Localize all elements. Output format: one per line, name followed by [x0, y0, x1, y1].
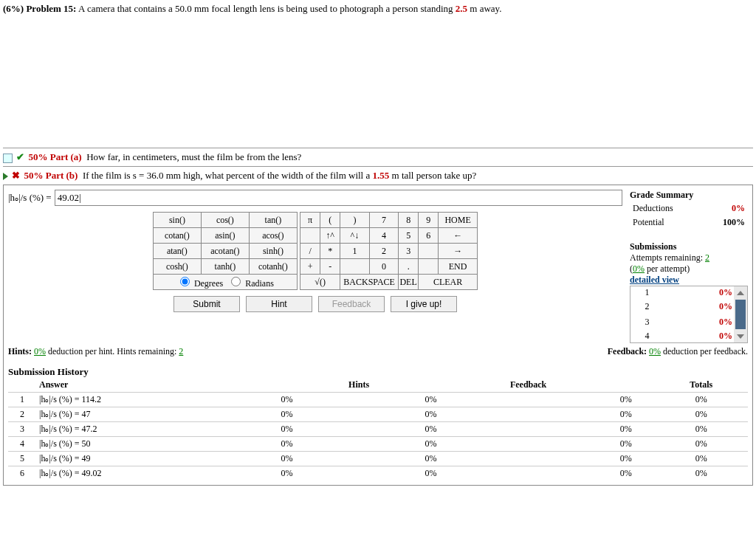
grade-title: Grade Summary: [630, 190, 748, 201]
expand-icon[interactable]: [3, 154, 13, 163]
whitespace: [3, 21, 753, 146]
part-b-row: ✖ 50% Part (b) If the film is s = 36.0 m…: [3, 168, 753, 183]
problem-header: (6%) Problem 15: A camera that contains …: [3, 3, 753, 15]
key-left[interactable]: ←: [439, 228, 478, 244]
part-b-highlight: 1.55: [373, 170, 390, 181]
key-acos[interactable]: acos(): [249, 228, 297, 244]
part-a-text: How far, in centimeters, must the film b…: [86, 151, 301, 162]
feedback-deduction[interactable]: 0%: [649, 346, 661, 356]
key-dot[interactable]: .: [399, 259, 419, 275]
submissions-title: Submissions: [630, 241, 748, 252]
giveup-button[interactable]: I give up!: [391, 296, 457, 312]
grade-summary: Grade Summary Deductions0% Potential100%…: [630, 190, 748, 343]
key-acotan[interactable]: acotan(): [201, 244, 249, 259]
problem-highlight: 2.5: [456, 3, 467, 14]
key-5[interactable]: 5: [399, 228, 419, 244]
key-end[interactable]: END: [439, 259, 478, 275]
key-sinh[interactable]: sinh(): [249, 244, 297, 259]
part-b-text-after: m tall person take up?: [389, 170, 476, 181]
hints-remaining[interactable]: 2: [179, 346, 183, 356]
answer-input[interactable]: [55, 190, 622, 206]
key-1[interactable]: 1: [340, 244, 370, 259]
key-rparen[interactable]: ): [340, 213, 370, 228]
key-up[interactable]: ↑^: [320, 228, 340, 244]
key-clear[interactable]: CLEAR: [419, 275, 478, 290]
x-icon: ✖: [12, 170, 20, 181]
key-4[interactable]: 4: [369, 228, 399, 244]
key-6[interactable]: 6: [419, 228, 439, 244]
key-cotan[interactable]: cotan(): [153, 228, 201, 244]
table-row: 1|hₒ|/s (%) = 114.20%0%0%0%: [8, 393, 748, 407]
key-plus[interactable]: +: [300, 259, 320, 275]
key-backspace[interactable]: BACKSPACE: [340, 275, 399, 290]
submit-button[interactable]: Submit: [173, 296, 240, 312]
key-divide[interactable]: /: [300, 244, 320, 259]
part-b-content: |hₒ|/s (%) = sin()cos()tan() cotan()asin…: [3, 185, 753, 486]
key-2[interactable]: 2: [369, 244, 399, 259]
hint-button[interactable]: Hint: [246, 296, 312, 312]
attempts-remaining[interactable]: 2: [705, 252, 709, 263]
button-row: Submit Hint Feedback I give up!: [8, 296, 622, 312]
key-cotanh[interactable]: cotanh(): [249, 259, 297, 275]
scrollbar-track[interactable]: [734, 299, 748, 330]
degrees-radio[interactable]: [180, 277, 190, 286]
problem-text-before: A camera that contains a 50.0 mm focal l…: [78, 3, 456, 14]
separator: [3, 148, 753, 148]
key-9[interactable]: 9: [419, 213, 439, 228]
key-sin[interactable]: sin(): [153, 213, 201, 228]
table-row: 5|hₒ|/s (%) = 490%0%0%0%: [8, 452, 748, 466]
key-down[interactable]: ^↓: [340, 228, 370, 244]
angle-mode[interactable]: Degrees Radians: [153, 275, 297, 290]
submission-history-title: Submission History: [8, 366, 748, 378]
check-icon: ✔: [16, 151, 24, 162]
table-row: 3|hₒ|/s (%) = 47.20%0%0%0%: [8, 422, 748, 437]
problem-weight: (6%): [3, 3, 24, 14]
key-cos[interactable]: cos(): [201, 213, 249, 228]
key-atan[interactable]: atan(): [153, 244, 201, 259]
table-row: 2|hₒ|/s (%) = 470%0%0%0%: [8, 407, 748, 422]
key-lparen[interactable]: (: [320, 213, 340, 228]
hints-footer: Hints: 0% deduction per hint. Hints rema…: [8, 346, 748, 357]
key-sqrt[interactable]: √(): [300, 275, 340, 290]
key-pi[interactable]: π: [300, 213, 320, 228]
key-multiply[interactable]: *: [320, 244, 340, 259]
collapse-icon[interactable]: [3, 173, 8, 180]
attempt-table: 10% 20% 30% 40%: [630, 286, 748, 343]
answer-prefix: |hₒ|/s (%) =: [8, 192, 52, 204]
problem-label: Problem 15:: [26, 3, 76, 14]
detailed-view-link[interactable]: detailed view: [630, 275, 748, 286]
radians-radio[interactable]: [231, 277, 241, 286]
key-right[interactable]: →: [439, 244, 478, 259]
key-7[interactable]: 7: [369, 213, 399, 228]
key-home[interactable]: HOME: [439, 213, 478, 228]
key-8[interactable]: 8: [399, 213, 419, 228]
key-asin[interactable]: asin(): [201, 228, 249, 244]
separator: [3, 166, 753, 167]
scroll-down-icon[interactable]: [734, 330, 748, 343]
function-keypad: sin()cos()tan() cotan()asin()acos() atan…: [153, 212, 298, 290]
submission-history-table: Answer Hints Feedback Totals 1|hₒ|/s (%)…: [8, 378, 748, 480]
key-0[interactable]: 0: [369, 259, 399, 275]
key-tan[interactable]: tan(): [249, 213, 297, 228]
key-3[interactable]: 3: [399, 244, 419, 259]
hint-deduction[interactable]: 0%: [34, 346, 46, 356]
part-b-text-before: If the film is s = 36.0 mm high, what pe…: [83, 170, 373, 181]
problem-text-after: m away.: [467, 3, 501, 14]
key-tanh[interactable]: tanh(): [201, 259, 249, 275]
key-cosh[interactable]: cosh(): [153, 259, 201, 275]
feedback-button: Feedback: [318, 296, 385, 312]
key-del[interactable]: DEL: [399, 275, 419, 290]
part-a-row[interactable]: ✔ 50% Part (a) How far, in centimeters, …: [3, 150, 753, 165]
key-minus[interactable]: -: [320, 259, 340, 275]
scroll-up-icon[interactable]: [734, 286, 748, 300]
table-row: 6|hₒ|/s (%) = 49.020%0%0%0%: [8, 466, 748, 481]
table-row: 4|hₒ|/s (%) = 500%0%0%0%: [8, 437, 748, 452]
number-keypad: π ( ) 7 8 9 HOME ↑^ ^↓ 4 5 6: [300, 212, 478, 290]
